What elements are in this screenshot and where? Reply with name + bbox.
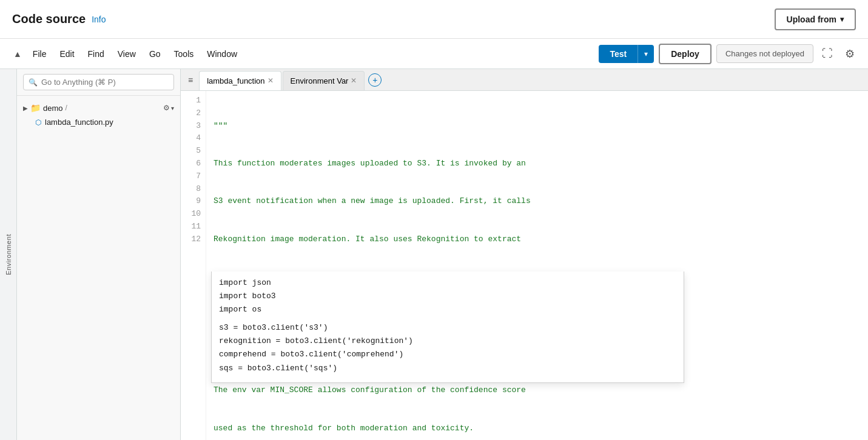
upload-from-label: Upload from	[787, 15, 836, 24]
deploy-button[interactable]: Deploy	[659, 44, 712, 64]
line-numbers: 1 2 3 4 5 6 7 8 9 10 11 12	[181, 91, 206, 440]
editor-tabs: ≡ lambda_function ✕ Environment Var ✕ +	[181, 69, 868, 91]
python-file-icon: ⬡	[35, 118, 41, 127]
tab-lambda-close-icon[interactable]: ✕	[267, 76, 274, 85]
changes-not-deployed-badge: Changes not deployed	[716, 44, 813, 63]
test-button[interactable]: Test	[599, 45, 638, 63]
upload-from-button[interactable]: Upload from ▾	[775, 8, 856, 30]
info-link[interactable]: Info	[92, 15, 106, 24]
menu-tools[interactable]: Tools	[168, 47, 200, 61]
fullscreen-button[interactable]: ⛶	[818, 45, 836, 62]
toolbar-right: Test ▾ Deploy Changes not deployed ⛶ ⚙	[599, 44, 858, 64]
page-title: Code source	[12, 12, 86, 26]
fullscreen-icon: ⛶	[822, 47, 833, 59]
search-icon: 🔍	[29, 78, 38, 87]
environment-panel-toggle[interactable]: Environment	[0, 69, 17, 440]
environment-label: Environment	[5, 234, 12, 275]
test-dropdown-button[interactable]: ▾	[638, 45, 654, 63]
code-line-1: """	[214, 120, 861, 133]
tab-env-label: Environment Var	[291, 76, 349, 85]
main-layout: Environment 🔍 ▶ 📁 demo / ⚙ ▾ ⬡ lamb	[0, 69, 868, 440]
folder-icon: 📁	[30, 103, 41, 113]
menu-view[interactable]: View	[112, 47, 142, 61]
tab-lambda-function[interactable]: lambda_function ✕	[199, 71, 281, 90]
add-tab-icon: +	[372, 75, 377, 85]
folder-chevron-icon: ▶	[23, 105, 28, 112]
tab-lambda-label: lambda_function	[207, 76, 264, 85]
tab-environment-var[interactable]: Environment Var ✕	[283, 71, 365, 90]
folder-slash: /	[66, 104, 67, 112]
autocomplete-spacer	[219, 316, 676, 321]
menu-edit[interactable]: Edit	[53, 47, 80, 61]
code-line-9: used as the threshold for both moderatio…	[214, 422, 861, 435]
tab-list-icon[interactable]: ≡	[183, 73, 198, 87]
code-line-3: S3 event notification when a new image i…	[214, 195, 861, 208]
add-tab-button[interactable]: +	[368, 73, 382, 87]
settings-button[interactable]: ⚙	[841, 45, 858, 63]
test-button-group: Test ▾	[599, 45, 654, 63]
file-explorer: 🔍 ▶ 📁 demo / ⚙ ▾ ⬡ lambda_function.py	[17, 69, 181, 440]
header-left: Code source Info	[12, 12, 106, 26]
top-header: Code source Info Upload from ▾	[0, 0, 868, 39]
code-editor[interactable]: 1 2 3 4 5 6 7 8 9 10 11 12 """ This func…	[181, 91, 868, 440]
file-lambda-function[interactable]: ⬡ lambda_function.py	[17, 115, 180, 129]
collapse-button[interactable]: ▲	[10, 47, 25, 61]
menu-bar: ▲ File Edit Find View Go Tools Window	[10, 47, 243, 61]
autocomplete-line-7: sqs = boto3.client('sqs')	[219, 362, 676, 375]
toolbar: ▲ File Edit Find View Go Tools Window Te…	[0, 39, 868, 69]
editor-area: ≡ lambda_function ✕ Environment Var ✕ + …	[181, 69, 868, 440]
menu-file[interactable]: File	[27, 47, 53, 61]
search-bar: 🔍	[17, 69, 180, 96]
autocomplete-line-1: import json	[219, 276, 676, 290]
autocomplete-line-3: import os	[219, 303, 676, 316]
search-input[interactable]	[41, 78, 169, 87]
autocomplete-dropdown: import json import boto3 import os s3 = …	[211, 272, 684, 383]
autocomplete-line-6: comprehend = boto3.client('comprehend')	[219, 348, 676, 361]
folder-name: demo	[43, 104, 63, 113]
autocomplete-line-2: import boto3	[219, 290, 676, 303]
autocomplete-line-4: s3 = boto3.client('s3')	[219, 321, 676, 335]
folder-demo[interactable]: ▶ 📁 demo / ⚙ ▾	[17, 101, 180, 115]
menu-find[interactable]: Find	[82, 47, 110, 61]
autocomplete-line-5: rekognition = boto3.client('rekognition'…	[219, 335, 676, 348]
tab-env-close-icon[interactable]: ✕	[351, 76, 357, 85]
folder-settings-icon[interactable]: ⚙	[163, 104, 170, 112]
folder-settings-dropdown-icon[interactable]: ▾	[171, 105, 174, 112]
code-line-8: The env var MIN_SCORE allows configurati…	[214, 384, 861, 397]
code-line-2: This function moderates images uploaded …	[214, 158, 861, 170]
file-tree: ▶ 📁 demo / ⚙ ▾ ⬡ lambda_function.py	[17, 96, 180, 440]
code-content[interactable]: """ This function moderates images uploa…	[206, 91, 868, 440]
search-input-wrap[interactable]: 🔍	[23, 74, 174, 90]
settings-icon: ⚙	[845, 48, 855, 60]
menu-go[interactable]: Go	[143, 47, 167, 61]
upload-chevron-icon: ▾	[840, 15, 844, 24]
code-line-4: Rekognition image moderation. It also us…	[214, 233, 861, 246]
menu-window[interactable]: Window	[201, 47, 243, 61]
file-name: lambda_function.py	[45, 118, 113, 127]
